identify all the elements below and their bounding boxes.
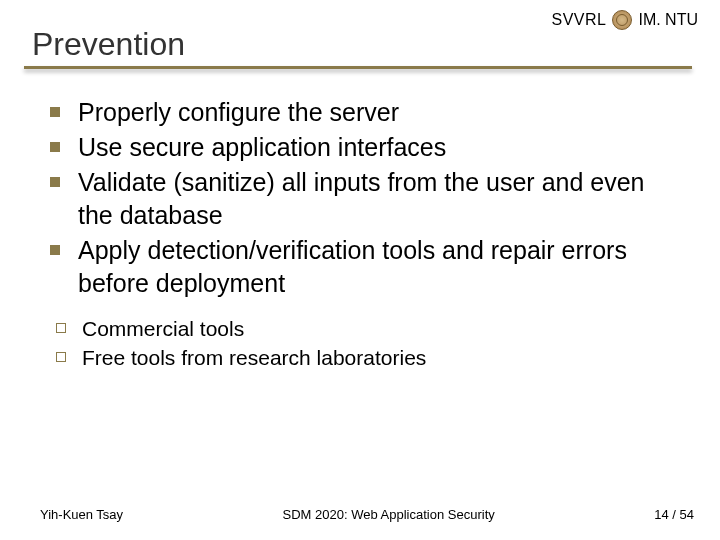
footer: Yih-Kuen Tsay SDM 2020: Web Application … [0, 507, 720, 522]
page-title: Prevention [32, 26, 185, 63]
footer-author: Yih-Kuen Tsay [40, 507, 123, 522]
header: SVVRL IM. NTU Prevention [0, 0, 720, 68]
sub-bullet-item: Free tools from research laboratories [56, 343, 682, 372]
content-area: Properly configure the server Use secure… [0, 68, 720, 373]
title-underline [24, 66, 692, 69]
bullet-item: Properly configure the server [50, 96, 682, 129]
bullet-item: Validate (sanitize) all inputs from the … [50, 166, 682, 232]
sub-bullet-list: Commercial tools Free tools from researc… [56, 314, 682, 373]
bullet-item: Apply detection/verification tools and r… [50, 234, 682, 300]
bullet-item: Use secure application interfaces [50, 131, 682, 164]
header-right: SVVRL IM. NTU [551, 10, 698, 30]
footer-page: 14 / 54 [654, 507, 694, 522]
org-label-left: SVVRL [551, 11, 606, 29]
footer-course: SDM 2020: Web Application Security [123, 507, 654, 522]
university-seal-icon [612, 10, 632, 30]
main-bullet-list: Properly configure the server Use secure… [50, 96, 682, 300]
sub-bullet-item: Commercial tools [56, 314, 682, 343]
org-label-right: IM. NTU [638, 11, 698, 29]
